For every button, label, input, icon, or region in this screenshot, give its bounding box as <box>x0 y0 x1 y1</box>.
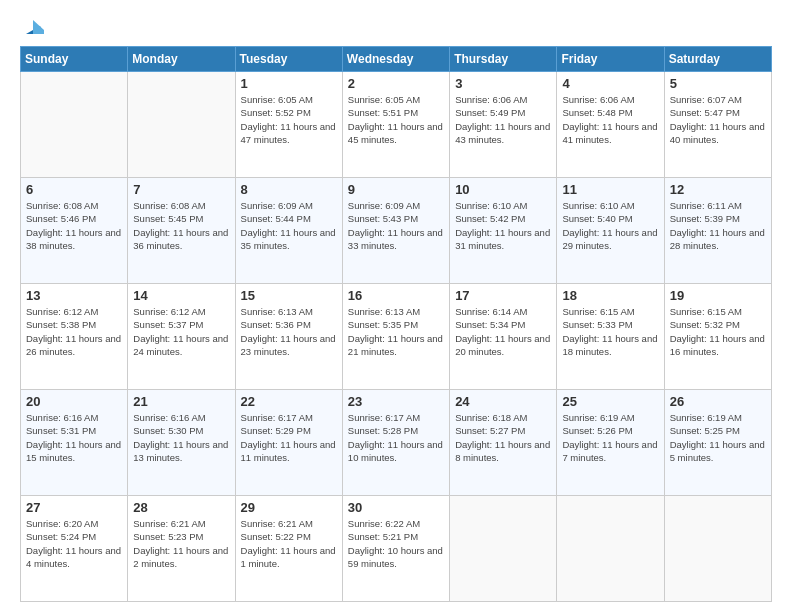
calendar-cell: 28Sunrise: 6:21 AMSunset: 5:23 PMDayligh… <box>128 496 235 602</box>
calendar-cell: 7Sunrise: 6:08 AMSunset: 5:45 PMDaylight… <box>128 178 235 284</box>
day-detail: Sunrise: 6:09 AMSunset: 5:44 PMDaylight:… <box>241 199 337 252</box>
day-number: 3 <box>455 76 551 91</box>
calendar-cell: 12Sunrise: 6:11 AMSunset: 5:39 PMDayligh… <box>664 178 771 284</box>
day-number: 18 <box>562 288 658 303</box>
day-number: 12 <box>670 182 766 197</box>
calendar-cell: 11Sunrise: 6:10 AMSunset: 5:40 PMDayligh… <box>557 178 664 284</box>
weekday-header-tuesday: Tuesday <box>235 47 342 72</box>
day-number: 30 <box>348 500 444 515</box>
calendar-cell: 20Sunrise: 6:16 AMSunset: 5:31 PMDayligh… <box>21 390 128 496</box>
calendar-header: SundayMondayTuesdayWednesdayThursdayFrid… <box>21 47 772 72</box>
logo-icon <box>22 16 44 38</box>
logo <box>20 16 44 38</box>
day-detail: Sunrise: 6:14 AMSunset: 5:34 PMDaylight:… <box>455 305 551 358</box>
day-detail: Sunrise: 6:07 AMSunset: 5:47 PMDaylight:… <box>670 93 766 146</box>
day-number: 13 <box>26 288 122 303</box>
calendar-cell <box>664 496 771 602</box>
weekday-header-sunday: Sunday <box>21 47 128 72</box>
calendar-cell: 25Sunrise: 6:19 AMSunset: 5:26 PMDayligh… <box>557 390 664 496</box>
day-number: 7 <box>133 182 229 197</box>
calendar-cell: 19Sunrise: 6:15 AMSunset: 5:32 PMDayligh… <box>664 284 771 390</box>
day-number: 22 <box>241 394 337 409</box>
day-number: 8 <box>241 182 337 197</box>
day-detail: Sunrise: 6:20 AMSunset: 5:24 PMDaylight:… <box>26 517 122 570</box>
day-number: 14 <box>133 288 229 303</box>
day-number: 27 <box>26 500 122 515</box>
day-number: 25 <box>562 394 658 409</box>
calendar-cell: 21Sunrise: 6:16 AMSunset: 5:30 PMDayligh… <box>128 390 235 496</box>
calendar-cell: 29Sunrise: 6:21 AMSunset: 5:22 PMDayligh… <box>235 496 342 602</box>
weekday-header-saturday: Saturday <box>664 47 771 72</box>
calendar-cell: 5Sunrise: 6:07 AMSunset: 5:47 PMDaylight… <box>664 72 771 178</box>
day-detail: Sunrise: 6:22 AMSunset: 5:21 PMDaylight:… <box>348 517 444 570</box>
calendar-week-1: 1Sunrise: 6:05 AMSunset: 5:52 PMDaylight… <box>21 72 772 178</box>
day-number: 5 <box>670 76 766 91</box>
page: SundayMondayTuesdayWednesdayThursdayFrid… <box>0 0 792 612</box>
day-detail: Sunrise: 6:15 AMSunset: 5:32 PMDaylight:… <box>670 305 766 358</box>
day-number: 11 <box>562 182 658 197</box>
calendar-cell: 6Sunrise: 6:08 AMSunset: 5:46 PMDaylight… <box>21 178 128 284</box>
calendar-week-3: 13Sunrise: 6:12 AMSunset: 5:38 PMDayligh… <box>21 284 772 390</box>
calendar-cell: 4Sunrise: 6:06 AMSunset: 5:48 PMDaylight… <box>557 72 664 178</box>
day-detail: Sunrise: 6:13 AMSunset: 5:36 PMDaylight:… <box>241 305 337 358</box>
day-number: 24 <box>455 394 551 409</box>
day-detail: Sunrise: 6:18 AMSunset: 5:27 PMDaylight:… <box>455 411 551 464</box>
calendar-cell: 30Sunrise: 6:22 AMSunset: 5:21 PMDayligh… <box>342 496 449 602</box>
day-detail: Sunrise: 6:16 AMSunset: 5:30 PMDaylight:… <box>133 411 229 464</box>
day-detail: Sunrise: 6:09 AMSunset: 5:43 PMDaylight:… <box>348 199 444 252</box>
calendar-cell: 10Sunrise: 6:10 AMSunset: 5:42 PMDayligh… <box>450 178 557 284</box>
calendar-cell: 26Sunrise: 6:19 AMSunset: 5:25 PMDayligh… <box>664 390 771 496</box>
calendar-cell: 23Sunrise: 6:17 AMSunset: 5:28 PMDayligh… <box>342 390 449 496</box>
calendar-body: 1Sunrise: 6:05 AMSunset: 5:52 PMDaylight… <box>21 72 772 602</box>
calendar-cell: 2Sunrise: 6:05 AMSunset: 5:51 PMDaylight… <box>342 72 449 178</box>
calendar-cell: 16Sunrise: 6:13 AMSunset: 5:35 PMDayligh… <box>342 284 449 390</box>
calendar-cell: 27Sunrise: 6:20 AMSunset: 5:24 PMDayligh… <box>21 496 128 602</box>
day-number: 23 <box>348 394 444 409</box>
day-number: 21 <box>133 394 229 409</box>
day-number: 28 <box>133 500 229 515</box>
calendar-cell <box>128 72 235 178</box>
weekday-header-thursday: Thursday <box>450 47 557 72</box>
day-detail: Sunrise: 6:08 AMSunset: 5:45 PMDaylight:… <box>133 199 229 252</box>
calendar-cell: 15Sunrise: 6:13 AMSunset: 5:36 PMDayligh… <box>235 284 342 390</box>
day-number: 17 <box>455 288 551 303</box>
svg-marker-1 <box>33 20 44 34</box>
day-detail: Sunrise: 6:11 AMSunset: 5:39 PMDaylight:… <box>670 199 766 252</box>
day-detail: Sunrise: 6:12 AMSunset: 5:38 PMDaylight:… <box>26 305 122 358</box>
calendar-cell <box>21 72 128 178</box>
calendar-week-2: 6Sunrise: 6:08 AMSunset: 5:46 PMDaylight… <box>21 178 772 284</box>
day-number: 29 <box>241 500 337 515</box>
day-number: 26 <box>670 394 766 409</box>
calendar-cell <box>557 496 664 602</box>
weekday-header-friday: Friday <box>557 47 664 72</box>
day-number: 20 <box>26 394 122 409</box>
calendar-cell: 14Sunrise: 6:12 AMSunset: 5:37 PMDayligh… <box>128 284 235 390</box>
header <box>20 16 772 38</box>
day-number: 15 <box>241 288 337 303</box>
day-detail: Sunrise: 6:21 AMSunset: 5:22 PMDaylight:… <box>241 517 337 570</box>
day-number: 6 <box>26 182 122 197</box>
day-detail: Sunrise: 6:05 AMSunset: 5:52 PMDaylight:… <box>241 93 337 146</box>
day-number: 9 <box>348 182 444 197</box>
day-detail: Sunrise: 6:10 AMSunset: 5:40 PMDaylight:… <box>562 199 658 252</box>
calendar-cell: 13Sunrise: 6:12 AMSunset: 5:38 PMDayligh… <box>21 284 128 390</box>
calendar-cell: 18Sunrise: 6:15 AMSunset: 5:33 PMDayligh… <box>557 284 664 390</box>
day-detail: Sunrise: 6:06 AMSunset: 5:49 PMDaylight:… <box>455 93 551 146</box>
day-detail: Sunrise: 6:08 AMSunset: 5:46 PMDaylight:… <box>26 199 122 252</box>
calendar-cell: 9Sunrise: 6:09 AMSunset: 5:43 PMDaylight… <box>342 178 449 284</box>
calendar-week-4: 20Sunrise: 6:16 AMSunset: 5:31 PMDayligh… <box>21 390 772 496</box>
calendar-cell: 8Sunrise: 6:09 AMSunset: 5:44 PMDaylight… <box>235 178 342 284</box>
day-number: 2 <box>348 76 444 91</box>
calendar-cell: 1Sunrise: 6:05 AMSunset: 5:52 PMDaylight… <box>235 72 342 178</box>
day-detail: Sunrise: 6:13 AMSunset: 5:35 PMDaylight:… <box>348 305 444 358</box>
day-detail: Sunrise: 6:16 AMSunset: 5:31 PMDaylight:… <box>26 411 122 464</box>
calendar-table: SundayMondayTuesdayWednesdayThursdayFrid… <box>20 46 772 602</box>
day-detail: Sunrise: 6:06 AMSunset: 5:48 PMDaylight:… <box>562 93 658 146</box>
day-detail: Sunrise: 6:12 AMSunset: 5:37 PMDaylight:… <box>133 305 229 358</box>
day-number: 4 <box>562 76 658 91</box>
day-number: 10 <box>455 182 551 197</box>
calendar-cell: 22Sunrise: 6:17 AMSunset: 5:29 PMDayligh… <box>235 390 342 496</box>
day-detail: Sunrise: 6:10 AMSunset: 5:42 PMDaylight:… <box>455 199 551 252</box>
day-detail: Sunrise: 6:17 AMSunset: 5:28 PMDaylight:… <box>348 411 444 464</box>
calendar-cell <box>450 496 557 602</box>
